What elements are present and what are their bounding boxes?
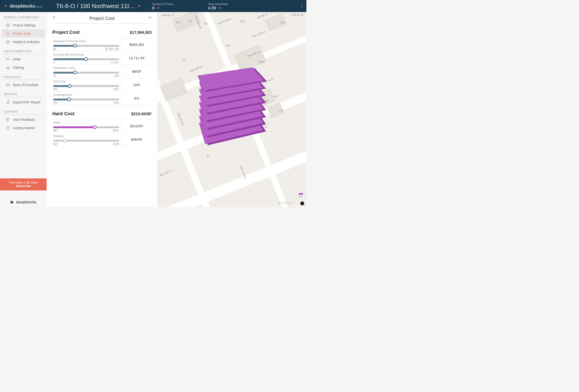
sidebar-item-label: Export PDF Report (13, 101, 40, 104)
slider[interactable] (53, 125, 119, 128)
lot-label: 826 (176, 21, 180, 24)
slider-min: $3 (53, 74, 56, 77)
slider[interactable] (53, 97, 119, 101)
row-value: $8/SF (122, 65, 152, 78)
more-menu-button[interactable] (301, 3, 302, 8)
project-cost-total: $17,994,503 (130, 30, 152, 35)
far-label: Floor Area Ratio (208, 2, 228, 6)
car-icon (5, 65, 10, 70)
sidebar-item-project-settings[interactable]: Project Settings (2, 21, 45, 29)
section-use: USE ASSUMPTIONS (4, 50, 43, 54)
section-reports: REPORTS (4, 93, 43, 97)
slider-max: 25% (114, 101, 119, 104)
slider-max: $139 (113, 142, 119, 146)
row-label: Soft Cost (53, 80, 119, 83)
lot-label: 1013 (240, 20, 245, 23)
lot-label: 134 (279, 109, 283, 112)
project-title-text: T6-8-O / 100 Northwest 11t… (56, 2, 135, 10)
row-label: Contingencies (53, 93, 119, 97)
slider-min: $25 (53, 142, 58, 146)
slider-min: 0% (53, 101, 57, 104)
lot-label: 919 (226, 45, 230, 47)
far-selector[interactable]: Floor Area Ratio 4.89 (205, 2, 233, 11)
slider[interactable] (53, 139, 119, 142)
slider-min: 0 (53, 61, 55, 64)
sidebar-item-label: User Feedback (13, 118, 35, 121)
section-general: GENERAL ASSUMPTIONS (4, 16, 43, 20)
svg-rect-9 (6, 84, 9, 86)
street-label: NW 8th St (162, 14, 174, 17)
sidebar-item-export-pdf[interactable]: PDF Export PDF Report (2, 98, 45, 107)
sidebar-item-parking[interactable]: Parking (2, 63, 45, 72)
massing-model[interactable] (202, 63, 262, 137)
brand-beta-badge: BETA (36, 6, 43, 8)
far-value: 4.89 (208, 6, 216, 11)
sidebar-item-getting-started[interactable]: Getting Started (2, 124, 45, 132)
info-icon[interactable]: i (300, 202, 304, 205)
slider[interactable] (53, 57, 119, 60)
pin-icon[interactable] (148, 15, 152, 20)
slider-min: $87 (53, 129, 58, 132)
cost-row: Hotel$87$281$210/SF (52, 119, 152, 133)
row-label: Existing Structure Area (53, 53, 119, 56)
sidebar-item-project-cost[interactable]: $ Project Cost (2, 29, 45, 38)
sidebar-item-user-feedback[interactable]: User Feedback (2, 115, 45, 124)
row-label: Parking (53, 134, 119, 138)
street-label: NW 1st Ave (177, 112, 185, 126)
subscribe-link[interactable]: Subscribe (16, 184, 31, 188)
row-value: 13,711 SF (122, 51, 152, 64)
brand-name: deepblocks (10, 3, 35, 9)
street-label: NW 11th St (159, 169, 173, 176)
trial-banner[interactable]: Trial Ends in 12 Days Subscribe (0, 178, 47, 190)
floors-value: 8 (152, 6, 154, 11)
hard-cost-total: $210.00/SF (131, 112, 152, 116)
svg-point-12 (8, 129, 8, 129)
row-value: $683,400 (122, 38, 152, 51)
logo-icon (4, 3, 8, 8)
sidebar-item-back-of-envelope[interactable]: Back of Envelope (2, 81, 45, 89)
sidebar-item-label: Project Cost (13, 32, 31, 35)
row-value: $46/SF (122, 133, 152, 146)
pdf-icon: PDF (5, 100, 10, 105)
project-title-dropdown[interactable]: T6-8-O / 100 Northwest 11t… (47, 2, 149, 10)
slider[interactable] (53, 84, 119, 87)
cost-row: Contingencies0%25%6% (52, 91, 152, 105)
floors-selector[interactable]: Number of Floors 8 (149, 2, 205, 11)
slider-max: 40% (114, 88, 119, 91)
chevron-down-icon (218, 7, 221, 9)
street-label: NW 2nd Ave (217, 17, 231, 25)
close-icon[interactable]: ✕ (52, 15, 55, 20)
svg-point-16 (279, 202, 280, 204)
lot-label: 891 (204, 22, 208, 25)
svg-text:$: $ (7, 33, 8, 35)
sliders-icon (5, 40, 10, 44)
map-legend[interactable] (298, 192, 304, 198)
sidebar: GENERAL ASSUMPTIONS Project Settings $ P… (0, 12, 47, 207)
row-label: Hotel (53, 121, 119, 124)
slider-min: 0% (53, 88, 57, 91)
floors-label: Number of Floors (152, 2, 200, 6)
sidebar-item-label: Height & Setbacks (13, 40, 40, 44)
sidebar-item-label: Hotel (13, 57, 21, 61)
slider[interactable] (53, 71, 119, 74)
cost-row: Demolition Cost$3$18$8/SF (52, 64, 152, 78)
street-label: NW 9th St (292, 13, 303, 16)
section-support: SUPPORT (4, 110, 43, 114)
brand-logo[interactable]: deepblocks BETA (0, 3, 47, 9)
map-viewport[interactable]: NW 8th St NW 2nd Ave NW 9th St NW 9th St… (157, 12, 306, 207)
row-value: $210/SF (122, 119, 152, 133)
cost-row: Existing Structure Area027,42213,711 SF (52, 51, 152, 64)
slider-max: $18 (114, 74, 119, 77)
street-label: NW 10th St (189, 65, 203, 72)
sidebar-item-hotel[interactable]: Hotel (2, 55, 45, 63)
lot-label: 1047 (273, 95, 278, 98)
slider[interactable] (53, 44, 119, 47)
group-hard-cost: Hard Cost $210.00/SF (52, 105, 152, 119)
sidebar-item-height-setbacks[interactable]: Height & Setbacks (2, 38, 45, 46)
lot-label: 823 (188, 20, 192, 23)
project-cost-panel: ✕ Project Cost Project Cost $17,994,503 … (47, 12, 157, 207)
sidebar-item-label: Project Settings (13, 23, 36, 27)
row-label: Property Purchase Price (53, 39, 119, 43)
street-label: NW 1st Ct (262, 77, 274, 84)
dollar-icon: $ (5, 31, 10, 36)
